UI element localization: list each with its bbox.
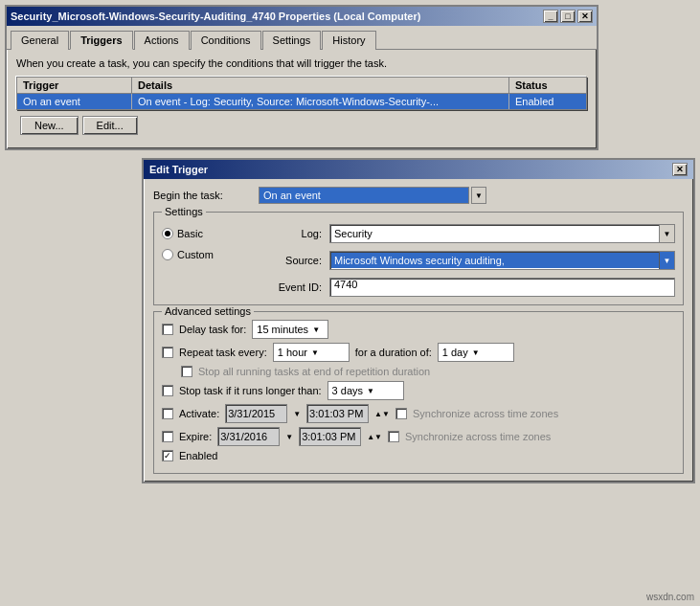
list-header: Trigger Details Status (17, 78, 586, 94)
radio-basic-input[interactable] (162, 228, 173, 239)
source-select[interactable]: Microsoft Windows security auditing, ▼ (329, 251, 675, 270)
tab-settings[interactable]: Settings (262, 31, 322, 50)
expire-checkbox[interactable] (162, 431, 173, 442)
settings-group-label: Settings (162, 206, 206, 217)
main-window-title: Security_Microsoft-Windows-Security-Audi… (11, 11, 420, 22)
dialog-close-button[interactable]: ✕ (672, 163, 688, 176)
expire-sync-checkbox[interactable] (388, 431, 399, 442)
activate-time-value: 3:01:03 PM (309, 408, 363, 419)
table-row[interactable]: On an event On event - Log: Security, So… (17, 94, 586, 109)
tab-conditions[interactable]: Conditions (191, 31, 261, 50)
expire-time-value: 3:01:03 PM (302, 431, 355, 442)
dialog-body: Begin the task: On an event ▼ Settings B… (144, 179, 693, 482)
begin-task-dropdown-arrow[interactable]: ▼ (471, 187, 486, 204)
delay-task-checkbox[interactable] (162, 324, 173, 335)
activate-time-spinner[interactable]: ▲▼ (374, 410, 390, 418)
source-row: Source: Microsoft Windows security audit… (255, 251, 675, 270)
enabled-checkbox[interactable] (162, 450, 173, 461)
radio-basic[interactable]: Basic (162, 228, 243, 239)
duration-value: 1 day (442, 347, 468, 358)
delay-task-row: Delay task for: 15 minutes ▼ (162, 320, 675, 339)
tab-triggers[interactable]: Triggers (70, 31, 132, 50)
eventid-label: Event ID: (255, 281, 322, 293)
tab-actions[interactable]: Actions (134, 31, 190, 50)
edit-trigger-dialog: Edit Trigger ✕ Begin the task: On an eve… (142, 158, 695, 483)
expire-time-spinner[interactable]: ▲▼ (367, 433, 382, 441)
radio-custom[interactable]: Custom (162, 249, 243, 260)
log-select-arrow[interactable]: ▼ (659, 225, 674, 242)
stop-all-row: Stop all running tasks at end of repetit… (162, 366, 675, 377)
radio-custom-label: Custom (177, 249, 214, 260)
expire-date[interactable]: 3/31/2016 (217, 427, 280, 446)
advanced-settings-group: Advanced settings Delay task for: 15 min… (153, 311, 684, 474)
log-label: Log: (255, 228, 322, 239)
col-trigger: Trigger (17, 78, 132, 93)
tab-general[interactable]: General (11, 31, 69, 50)
repeat-task-checkbox[interactable] (162, 347, 173, 358)
activate-sync-label: Synchronize across time zones (413, 408, 558, 419)
begin-task-value: On an event (263, 190, 321, 201)
expire-date-arrow[interactable]: ▼ (285, 433, 293, 441)
repeat-task-arrow[interactable]: ▼ (311, 348, 319, 357)
stop-all-label: Stop all running tasks at end of repetit… (198, 366, 430, 377)
settings-inner: Basic Custom Log: Security ▼ (162, 220, 675, 297)
dialog-title-text: Edit Trigger (149, 164, 208, 175)
close-button[interactable]: ✕ (577, 10, 593, 23)
duration-arrow[interactable]: ▼ (472, 348, 480, 357)
stop-if-longer-checkbox[interactable] (162, 385, 173, 396)
activate-date-value: 3/31/2015 (228, 408, 275, 419)
stop-if-longer-value: 3 days (332, 385, 363, 396)
minimize-button[interactable]: _ (543, 10, 558, 23)
tabs-bar: General Triggers Actions Conditions Sett… (7, 26, 597, 50)
bottom-buttons: New... Edit... (16, 110, 587, 141)
col-status: Status (509, 78, 586, 93)
edit-button[interactable]: Edit... (82, 116, 138, 135)
description-text: When you create a task, you can specify … (16, 57, 587, 69)
activate-date[interactable]: 3/31/2015 (225, 404, 287, 423)
activate-checkbox[interactable] (162, 408, 173, 419)
settings-fields: Log: Security ▼ Source: Microsoft Window… (255, 224, 675, 297)
delay-task-value: 15 minutes (257, 324, 308, 335)
stop-if-longer-select[interactable]: 3 days ▼ (327, 381, 404, 400)
stop-all-checkbox[interactable] (181, 366, 192, 377)
stop-if-longer-arrow[interactable]: ▼ (367, 387, 374, 395)
activate-time[interactable]: 3:01:03 PM (306, 404, 369, 423)
delay-task-label: Delay task for: (179, 324, 246, 335)
settings-group: Settings Basic Custom Log: (153, 212, 684, 305)
eventid-value: 4740 (334, 279, 357, 290)
source-select-arrow[interactable]: ▼ (659, 252, 674, 269)
triggers-list: Trigger Details Status On an event On ev… (16, 77, 587, 110)
row-status: Enabled (509, 94, 586, 109)
begin-task-row: Begin the task: On an event ▼ (153, 187, 684, 204)
source-label: Source: (255, 255, 322, 266)
begin-task-label: Begin the task: (153, 190, 259, 201)
begin-task-select[interactable]: On an event (259, 187, 469, 204)
radio-group: Basic Custom (162, 224, 243, 297)
radio-custom-input[interactable] (162, 249, 173, 260)
duration-select[interactable]: 1 day ▼ (438, 343, 514, 362)
source-value: Microsoft Windows security auditing, (334, 255, 670, 266)
delay-task-select[interactable]: 15 minutes ▼ (252, 320, 328, 339)
begin-task-select-wrapper: On an event ▼ (259, 187, 486, 204)
tab-history[interactable]: History (322, 31, 375, 50)
delay-task-arrow[interactable]: ▼ (312, 325, 320, 334)
col-details: Details (132, 78, 509, 93)
eventid-row: Event ID: 4740 (255, 278, 675, 297)
repeat-task-select[interactable]: 1 hour ▼ (273, 343, 350, 362)
maximize-button[interactable]: □ (560, 10, 576, 23)
expire-time[interactable]: 3:01:03 PM (299, 427, 361, 446)
log-value: Security (334, 228, 670, 239)
dialog-title-bar: Edit Trigger ✕ (144, 160, 693, 179)
enabled-row: Enabled (162, 450, 675, 461)
stop-if-longer-label: Stop task if it runs longer than: (179, 385, 322, 396)
radio-basic-label: Basic (177, 228, 203, 239)
main-window: Security_Microsoft-Windows-Security-Audi… (5, 5, 598, 150)
activate-date-arrow[interactable]: ▼ (293, 410, 301, 418)
log-row: Log: Security ▼ (255, 224, 675, 243)
log-select[interactable]: Security ▼ (329, 224, 675, 243)
eventid-input[interactable]: 4740 (329, 278, 675, 297)
repeat-task-value: 1 hour (278, 347, 307, 358)
expire-sync-label: Synchronize across time zones (405, 431, 551, 442)
new-button[interactable]: New... (20, 116, 79, 135)
activate-sync-checkbox[interactable] (395, 408, 407, 419)
